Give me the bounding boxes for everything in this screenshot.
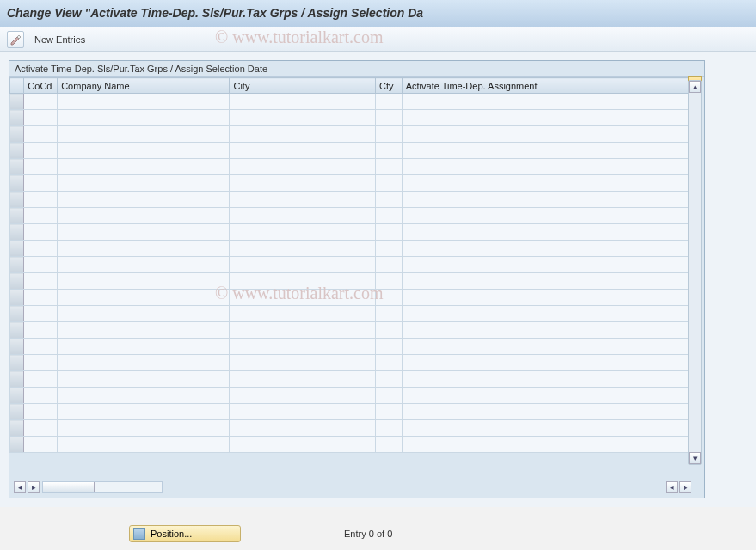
row-selector[interactable] xyxy=(10,143,24,159)
cell[interactable] xyxy=(402,224,695,241)
vertical-scrollbar[interactable]: ▴ ▾ xyxy=(688,80,702,465)
cell[interactable] xyxy=(402,355,695,371)
cell[interactable] xyxy=(230,126,376,143)
row-selector[interactable] xyxy=(10,322,24,339)
scroll-right-icon[interactable]: ◂ xyxy=(666,481,678,493)
cell[interactable] xyxy=(230,404,376,420)
scroll-track[interactable] xyxy=(42,481,163,493)
new-entries-button[interactable]: New Entries xyxy=(29,34,90,45)
cell[interactable] xyxy=(376,339,403,355)
column-header[interactable]: Company Name xyxy=(58,78,230,94)
cell[interactable] xyxy=(376,355,403,371)
row-selector[interactable] xyxy=(10,175,24,192)
row-selector[interactable] xyxy=(10,208,24,224)
cell[interactable] xyxy=(24,290,58,306)
cell[interactable] xyxy=(58,208,230,224)
cell[interactable] xyxy=(58,94,230,110)
cell[interactable] xyxy=(230,208,376,224)
cell[interactable] xyxy=(58,192,230,208)
cell[interactable] xyxy=(376,420,403,437)
row-selector[interactable] xyxy=(10,404,24,420)
row-selector[interactable] xyxy=(10,273,24,290)
cell[interactable] xyxy=(24,110,58,126)
cell[interactable] xyxy=(230,143,376,159)
row-selector[interactable] xyxy=(10,241,24,257)
cell[interactable] xyxy=(230,241,376,257)
row-selector[interactable] xyxy=(10,371,24,388)
scroll-last-icon[interactable]: ▸ xyxy=(679,481,691,493)
cell[interactable] xyxy=(402,388,695,404)
cell[interactable] xyxy=(230,339,376,355)
cell[interactable] xyxy=(24,241,58,257)
row-selector[interactable] xyxy=(10,159,24,175)
cell[interactable] xyxy=(58,110,230,126)
table-row[interactable] xyxy=(10,388,696,404)
cell[interactable] xyxy=(230,159,376,175)
cell[interactable] xyxy=(376,404,403,420)
cell[interactable] xyxy=(402,175,695,192)
cell[interactable] xyxy=(58,437,230,453)
cell[interactable] xyxy=(402,94,695,110)
column-header[interactable]: City xyxy=(230,78,376,94)
cell[interactable] xyxy=(402,420,695,437)
cell[interactable] xyxy=(58,306,230,322)
cell[interactable] xyxy=(58,371,230,388)
cell[interactable] xyxy=(24,371,58,388)
cell[interactable] xyxy=(376,208,403,224)
cell[interactable] xyxy=(58,339,230,355)
cell[interactable] xyxy=(230,290,376,306)
row-selector[interactable] xyxy=(10,94,24,110)
table-row[interactable] xyxy=(10,192,696,208)
row-selector[interactable] xyxy=(10,110,24,126)
row-selector[interactable] xyxy=(10,126,24,143)
cell[interactable] xyxy=(376,257,403,273)
cell[interactable] xyxy=(24,175,58,192)
cell[interactable] xyxy=(230,371,376,388)
cell[interactable] xyxy=(402,126,695,143)
cell[interactable] xyxy=(376,126,403,143)
cell[interactable] xyxy=(402,257,695,273)
cell[interactable] xyxy=(58,290,230,306)
cell[interactable] xyxy=(376,241,403,257)
cell[interactable] xyxy=(376,290,403,306)
column-header[interactable]: Cty xyxy=(376,78,403,94)
cell[interactable] xyxy=(402,290,695,306)
scroll-left-icon[interactable]: ▸ xyxy=(28,481,40,493)
scroll-first-icon[interactable]: ◂ xyxy=(14,481,26,493)
table-row[interactable] xyxy=(10,175,696,192)
row-selector[interactable] xyxy=(10,224,24,241)
cell[interactable] xyxy=(230,355,376,371)
cell[interactable] xyxy=(24,322,58,339)
cell[interactable] xyxy=(376,322,403,339)
cell[interactable] xyxy=(402,143,695,159)
cell[interactable] xyxy=(24,339,58,355)
cell[interactable] xyxy=(402,241,695,257)
table-row[interactable] xyxy=(10,241,696,257)
cell[interactable] xyxy=(24,94,58,110)
table-row[interactable] xyxy=(10,208,696,224)
cell[interactable] xyxy=(376,110,403,126)
scroll-thumb[interactable] xyxy=(43,482,95,492)
cell[interactable] xyxy=(58,224,230,241)
table-row[interactable] xyxy=(10,126,696,143)
pencil-icon[interactable] xyxy=(7,31,24,48)
cell[interactable] xyxy=(376,143,403,159)
cell[interactable] xyxy=(402,371,695,388)
cell[interactable] xyxy=(230,437,376,453)
horizontal-scrollbar[interactable]: ◂ ▸ ◂ ▸ xyxy=(13,480,692,494)
cell[interactable] xyxy=(58,322,230,339)
row-selector[interactable] xyxy=(10,192,24,208)
cell[interactable] xyxy=(376,273,403,290)
cell[interactable] xyxy=(58,175,230,192)
row-selector[interactable] xyxy=(10,339,24,355)
cell[interactable] xyxy=(230,388,376,404)
cell[interactable] xyxy=(58,273,230,290)
cell[interactable] xyxy=(402,322,695,339)
cell[interactable] xyxy=(376,388,403,404)
table-row[interactable] xyxy=(10,404,696,420)
cell[interactable] xyxy=(24,126,58,143)
cell[interactable] xyxy=(58,257,230,273)
cell[interactable] xyxy=(376,224,403,241)
cell[interactable] xyxy=(24,437,58,453)
cell[interactable] xyxy=(230,306,376,322)
